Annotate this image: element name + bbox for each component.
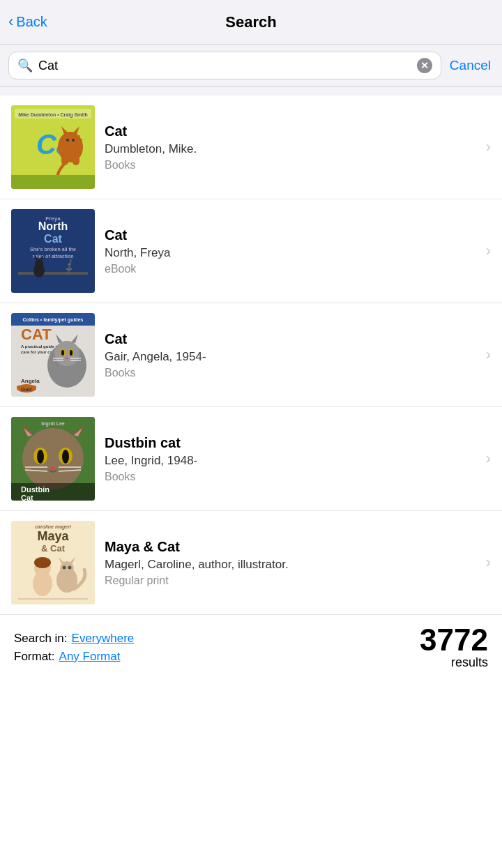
svg-text:Mike Dumbleton • Craig Smith: Mike Dumbleton • Craig Smith bbox=[18, 112, 88, 118]
svg-rect-27 bbox=[66, 268, 72, 270]
svg-text:care for your cat: care for your cat bbox=[21, 350, 54, 354]
book-cover: Ingrid Lee bbox=[11, 417, 95, 501]
svg-point-9 bbox=[72, 139, 75, 142]
results-count-label: results bbox=[420, 655, 488, 670]
results-count-block: 3772 results bbox=[420, 625, 488, 670]
svg-point-61 bbox=[62, 450, 69, 464]
list-item[interactable]: Freya North Cat She's broken all the rul… bbox=[0, 199, 502, 303]
svg-point-76 bbox=[34, 557, 51, 568]
back-chevron-icon: ‹ bbox=[8, 14, 13, 29]
spacer bbox=[0, 87, 502, 96]
result-title: Cat bbox=[105, 227, 476, 243]
result-title: Maya & Cat bbox=[105, 539, 476, 555]
result-format: Books bbox=[105, 159, 476, 172]
format-row: Format: Any Format bbox=[14, 650, 134, 664]
search-in-label: Search in: bbox=[14, 632, 68, 646]
svg-text:Cat: Cat bbox=[44, 233, 62, 245]
result-author: Dumbleton, Mike. bbox=[105, 142, 476, 156]
result-author: North, Freya bbox=[105, 246, 476, 260]
svg-text:North: North bbox=[38, 220, 68, 232]
results-list: Mike Dumbleton • Craig Smith Cat bbox=[0, 96, 502, 614]
chevron-right-icon: › bbox=[486, 450, 491, 468]
svg-rect-10 bbox=[61, 155, 68, 165]
chevron-right-icon: › bbox=[486, 138, 491, 156]
chevron-right-icon: › bbox=[486, 242, 491, 260]
list-item[interactable]: Mike Dumbleton • Craig Smith Cat bbox=[0, 96, 502, 199]
svg-rect-26 bbox=[68, 264, 70, 265]
search-bar: 🔍 ✕ Cancel bbox=[0, 45, 502, 87]
chevron-right-icon: › bbox=[486, 346, 491, 364]
svg-text:& Cat: & Cat bbox=[41, 543, 66, 554]
svg-rect-12 bbox=[11, 175, 95, 189]
svg-text:Maya: Maya bbox=[37, 529, 69, 543]
result-info: Maya & Cat Magerl, Caroline, author, ill… bbox=[105, 539, 476, 587]
book-cover: caroline magerl Maya & Cat bbox=[11, 521, 95, 604]
svg-text:Ingrid Lee: Ingrid Lee bbox=[41, 421, 65, 427]
cancel-button[interactable]: Cancel bbox=[447, 58, 494, 73]
book-cover: Mike Dumbleton • Craig Smith Cat bbox=[11, 105, 95, 189]
back-button[interactable]: ‹ Back bbox=[8, 14, 47, 30]
svg-point-81 bbox=[63, 566, 66, 570]
result-author: Lee, Ingrid, 1948- bbox=[105, 454, 476, 468]
search-icon: 🔍 bbox=[17, 58, 33, 73]
svg-text:rules of attraction: rules of attraction bbox=[32, 254, 73, 259]
svg-point-21 bbox=[35, 259, 43, 268]
result-info: Dustbin cat Lee, Ingrid, 1948- Books bbox=[105, 435, 476, 483]
format-label: Format: bbox=[14, 650, 55, 664]
result-info: Cat North, Freya eBook bbox=[105, 227, 476, 275]
list-item[interactable]: Ingrid Lee bbox=[0, 407, 502, 511]
result-format: eBook bbox=[105, 263, 476, 275]
header: ‹ Back Search bbox=[0, 0, 502, 45]
svg-point-40 bbox=[61, 350, 64, 356]
format-value[interactable]: Any Format bbox=[59, 650, 121, 664]
svg-point-82 bbox=[68, 566, 72, 570]
search-input-wrap: 🔍 ✕ bbox=[8, 52, 441, 79]
result-title: Cat bbox=[105, 331, 476, 347]
result-title: Cat bbox=[105, 123, 476, 139]
svg-text:CAT: CAT bbox=[21, 326, 52, 343]
svg-point-41 bbox=[70, 350, 73, 356]
svg-text:Dustbin: Dustbin bbox=[21, 485, 50, 494]
book-cover: Collins • family/pet guides CAT A practi… bbox=[11, 313, 95, 397]
book-cover: Freya North Cat She's broken all the rul… bbox=[11, 209, 95, 293]
result-format: Regular print bbox=[105, 574, 476, 587]
search-in-row: Search in: Everywhere bbox=[14, 632, 134, 646]
search-in-value[interactable]: Everywhere bbox=[72, 632, 135, 646]
result-author: Gair, Angela, 1954- bbox=[105, 350, 476, 364]
bottom-filters: Search in: Everywhere Format: Any Format bbox=[14, 632, 134, 664]
svg-point-53 bbox=[22, 428, 84, 489]
back-label: Back bbox=[16, 14, 47, 30]
result-format: Books bbox=[105, 471, 476, 483]
result-info: Cat Gair, Angela, 1954- Books bbox=[105, 331, 476, 379]
chevron-right-icon: › bbox=[486, 554, 491, 572]
search-input[interactable] bbox=[38, 59, 411, 73]
svg-text:Angela: Angela bbox=[21, 378, 40, 384]
list-item[interactable]: Collins • family/pet guides CAT A practi… bbox=[0, 303, 502, 407]
svg-text:She's broken all the: She's broken all the bbox=[30, 247, 76, 252]
svg-point-35 bbox=[54, 341, 79, 366]
svg-text:A practical guide to: A practical guide to bbox=[21, 344, 60, 349]
result-info: Cat Dumbleton, Mike. Books bbox=[105, 123, 476, 172]
page-title: Search bbox=[225, 13, 276, 31]
results-count-number: 3772 bbox=[420, 625, 488, 655]
svg-point-78 bbox=[60, 561, 74, 575]
result-format: Books bbox=[105, 367, 476, 379]
clear-button[interactable]: ✕ bbox=[417, 58, 432, 73]
list-item[interactable]: caroline magerl Maya & Cat bbox=[0, 511, 502, 614]
result-author: Magerl, Caroline, author, illustrator. bbox=[105, 558, 476, 572]
svg-rect-11 bbox=[73, 155, 79, 165]
svg-point-8 bbox=[66, 139, 69, 142]
bottom-bar: Search in: Everywhere Format: Any Format… bbox=[0, 614, 502, 680]
svg-text:Collins • family/pet guides: Collins • family/pet guides bbox=[23, 317, 84, 323]
svg-text:Gair: Gair bbox=[21, 386, 32, 393]
svg-text:Cat: Cat bbox=[21, 494, 33, 501]
svg-rect-19 bbox=[18, 272, 88, 275]
result-title: Dustbin cat bbox=[105, 435, 476, 451]
svg-point-60 bbox=[37, 450, 44, 464]
